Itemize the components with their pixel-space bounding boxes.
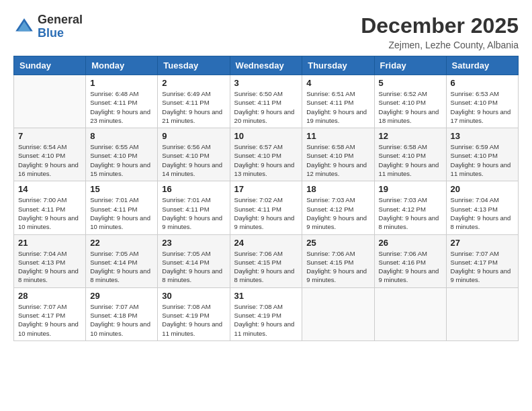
calendar-cell: 28Sunrise: 7:07 AMSunset: 4:17 PMDayligh… [14, 287, 86, 340]
calendar-cell: 10Sunrise: 6:57 AMSunset: 4:10 PMDayligh… [230, 128, 302, 181]
day-info: Sunrise: 7:07 AMSunset: 4:18 PMDaylight:… [90, 302, 153, 338]
weekday-header-thursday: Thursday [302, 56, 374, 75]
calendar-cell: 2Sunrise: 6:49 AMSunset: 4:11 PMDaylight… [158, 75, 230, 128]
day-info: Sunrise: 7:03 AMSunset: 4:12 PMDaylight:… [379, 195, 442, 231]
day-number: 2 [162, 78, 225, 88]
day-info: Sunrise: 6:52 AMSunset: 4:10 PMDaylight:… [379, 89, 442, 125]
day-info: Sunrise: 7:01 AMSunset: 4:11 PMDaylight:… [162, 195, 225, 231]
calendar-cell: 13Sunrise: 6:59 AMSunset: 4:10 PMDayligh… [446, 128, 518, 181]
calendar-cell [302, 287, 374, 340]
day-number: 8 [90, 131, 153, 141]
calendar-cell: 19Sunrise: 7:03 AMSunset: 4:12 PMDayligh… [374, 181, 446, 234]
day-number: 28 [18, 291, 81, 301]
calendar-cell [446, 287, 518, 340]
day-number: 21 [18, 238, 81, 248]
month-title: December 2025 [361, 13, 519, 38]
day-number: 25 [306, 238, 369, 248]
calendar-cell: 14Sunrise: 7:00 AMSunset: 4:11 PMDayligh… [14, 181, 86, 234]
logo: General Blue [13, 13, 83, 40]
day-info: Sunrise: 6:48 AMSunset: 4:11 PMDaylight:… [90, 89, 153, 125]
calendar-cell: 29Sunrise: 7:07 AMSunset: 4:18 PMDayligh… [86, 287, 158, 340]
title-block: December 2025 Zejmen, Lezhe County, Alba… [361, 13, 519, 50]
day-info: Sunrise: 7:05 AMSunset: 4:14 PMDaylight:… [162, 249, 225, 285]
day-number: 26 [379, 238, 442, 248]
calendar-cell: 15Sunrise: 7:01 AMSunset: 4:11 PMDayligh… [86, 181, 158, 234]
day-info: Sunrise: 7:05 AMSunset: 4:14 PMDaylight:… [90, 249, 153, 285]
day-number: 7 [18, 131, 81, 141]
day-info: Sunrise: 6:58 AMSunset: 4:10 PMDaylight:… [379, 142, 442, 178]
day-info: Sunrise: 6:49 AMSunset: 4:11 PMDaylight:… [162, 89, 225, 125]
weekday-header-saturday: Saturday [446, 56, 518, 75]
weekday-header-sunday: Sunday [14, 56, 86, 75]
calendar-cell: 27Sunrise: 7:07 AMSunset: 4:17 PMDayligh… [446, 234, 518, 287]
calendar-cell: 4Sunrise: 6:51 AMSunset: 4:11 PMDaylight… [302, 75, 374, 128]
page-header: General Blue December 2025 Zejmen, Lezhe… [13, 13, 519, 50]
day-number: 6 [451, 78, 514, 88]
day-info: Sunrise: 7:01 AMSunset: 4:11 PMDaylight:… [90, 195, 153, 231]
day-info: Sunrise: 7:07 AMSunset: 4:17 PMDaylight:… [451, 249, 514, 285]
day-number: 16 [162, 184, 225, 194]
calendar-cell: 6Sunrise: 6:53 AMSunset: 4:10 PMDaylight… [446, 75, 518, 128]
day-number: 5 [379, 78, 442, 88]
day-info: Sunrise: 7:07 AMSunset: 4:17 PMDaylight:… [18, 302, 81, 338]
day-number: 27 [451, 238, 514, 248]
day-number: 9 [162, 131, 225, 141]
day-number: 14 [18, 184, 81, 194]
calendar-week-row: 21Sunrise: 7:04 AMSunset: 4:13 PMDayligh… [14, 234, 519, 287]
day-number: 11 [306, 131, 369, 141]
day-number: 20 [451, 184, 514, 194]
weekday-header-wednesday: Wednesday [230, 56, 302, 75]
day-number: 24 [234, 238, 298, 248]
calendar-cell: 16Sunrise: 7:01 AMSunset: 4:11 PMDayligh… [158, 181, 230, 234]
day-info: Sunrise: 7:04 AMSunset: 4:13 PMDaylight:… [18, 249, 81, 285]
day-info: Sunrise: 6:56 AMSunset: 4:10 PMDaylight:… [162, 142, 225, 178]
day-number: 10 [234, 131, 298, 141]
calendar-week-row: 14Sunrise: 7:00 AMSunset: 4:11 PMDayligh… [14, 181, 519, 234]
day-number: 23 [162, 238, 225, 248]
calendar-cell: 25Sunrise: 7:06 AMSunset: 4:15 PMDayligh… [302, 234, 374, 287]
logo-icon [13, 16, 35, 38]
day-info: Sunrise: 6:59 AMSunset: 4:10 PMDaylight:… [451, 142, 514, 178]
day-number: 15 [90, 184, 153, 194]
day-number: 4 [306, 78, 369, 88]
day-info: Sunrise: 6:54 AMSunset: 4:10 PMDaylight:… [18, 142, 81, 178]
day-number: 22 [90, 238, 153, 248]
location: Zejmen, Lezhe County, Albania [361, 40, 519, 50]
day-info: Sunrise: 7:04 AMSunset: 4:13 PMDaylight:… [451, 195, 514, 231]
day-info: Sunrise: 6:51 AMSunset: 4:11 PMDaylight:… [306, 89, 369, 125]
day-info: Sunrise: 7:03 AMSunset: 4:12 PMDaylight:… [306, 195, 369, 231]
day-info: Sunrise: 7:06 AMSunset: 4:16 PMDaylight:… [379, 249, 442, 285]
day-info: Sunrise: 6:57 AMSunset: 4:10 PMDaylight:… [234, 142, 298, 178]
day-number: 31 [234, 291, 298, 301]
calendar-cell: 30Sunrise: 7:08 AMSunset: 4:19 PMDayligh… [158, 287, 230, 340]
weekday-header-friday: Friday [374, 56, 446, 75]
calendar-cell: 21Sunrise: 7:04 AMSunset: 4:13 PMDayligh… [14, 234, 86, 287]
calendar-week-row: 7Sunrise: 6:54 AMSunset: 4:10 PMDaylight… [14, 128, 519, 181]
day-number: 1 [90, 78, 153, 88]
day-info: Sunrise: 6:50 AMSunset: 4:11 PMDaylight:… [234, 89, 298, 125]
weekday-header-row: SundayMondayTuesdayWednesdayThursdayFrid… [14, 56, 519, 75]
day-info: Sunrise: 7:02 AMSunset: 4:11 PMDaylight:… [234, 195, 298, 231]
calendar-week-row: 28Sunrise: 7:07 AMSunset: 4:17 PMDayligh… [14, 287, 519, 340]
calendar-cell: 9Sunrise: 6:56 AMSunset: 4:10 PMDaylight… [158, 128, 230, 181]
day-number: 3 [234, 78, 298, 88]
calendar-table: SundayMondayTuesdayWednesdayThursdayFrid… [13, 56, 519, 341]
day-info: Sunrise: 6:55 AMSunset: 4:10 PMDaylight:… [90, 142, 153, 178]
calendar-week-row: 1Sunrise: 6:48 AMSunset: 4:11 PMDaylight… [14, 75, 519, 128]
day-number: 29 [90, 291, 153, 301]
calendar-cell: 8Sunrise: 6:55 AMSunset: 4:10 PMDaylight… [86, 128, 158, 181]
calendar-cell [14, 75, 86, 128]
calendar-cell: 17Sunrise: 7:02 AMSunset: 4:11 PMDayligh… [230, 181, 302, 234]
calendar-cell: 22Sunrise: 7:05 AMSunset: 4:14 PMDayligh… [86, 234, 158, 287]
day-info: Sunrise: 7:06 AMSunset: 4:15 PMDaylight:… [306, 249, 369, 285]
day-number: 30 [162, 291, 225, 301]
day-number: 12 [379, 131, 442, 141]
day-info: Sunrise: 6:58 AMSunset: 4:10 PMDaylight:… [306, 142, 369, 178]
calendar-cell: 1Sunrise: 6:48 AMSunset: 4:11 PMDaylight… [86, 75, 158, 128]
day-info: Sunrise: 7:06 AMSunset: 4:15 PMDaylight:… [234, 249, 298, 285]
calendar-cell: 23Sunrise: 7:05 AMSunset: 4:14 PMDayligh… [158, 234, 230, 287]
day-number: 18 [306, 184, 369, 194]
weekday-header-tuesday: Tuesday [158, 56, 230, 75]
calendar-cell [374, 287, 446, 340]
calendar-cell: 3Sunrise: 6:50 AMSunset: 4:11 PMDaylight… [230, 75, 302, 128]
